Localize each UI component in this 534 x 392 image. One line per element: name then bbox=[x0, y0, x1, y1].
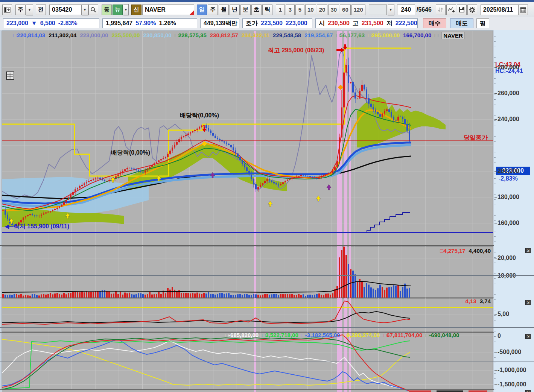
open-price: 230,500 bbox=[328, 20, 350, 27]
trading-app-window: { "toolbar": { "cycle_combo": "주", "jeon… bbox=[0, 0, 534, 392]
empty-combo-arrow[interactable]: ▼ bbox=[388, 4, 394, 15]
period-button-group: 일주월년분초틱 bbox=[197, 5, 273, 15]
avg-button[interactable]: 평 bbox=[476, 18, 489, 28]
period-button-일[interactable]: 일 bbox=[197, 5, 207, 15]
count-button-group: 13510203060120 bbox=[276, 5, 366, 15]
gear-icon[interactable] bbox=[467, 5, 477, 15]
tong-button[interactable]: 통 bbox=[102, 5, 112, 15]
chart-area: LC:43,04 HC:-24,41 223,000 -2,83% □220,8… bbox=[0, 30, 534, 392]
period-button-초[interactable]: 초 bbox=[251, 5, 262, 15]
shin-button[interactable]: 신 bbox=[131, 5, 141, 15]
axis-label: 20,000 bbox=[497, 255, 516, 261]
panel-separator[interactable] bbox=[0, 362, 534, 362]
stock-name-input[interactable]: NAVER bbox=[142, 5, 194, 15]
chart-window-icon[interactable] bbox=[2, 5, 12, 15]
down-arrow-icon: ▼ bbox=[31, 20, 37, 27]
nyu-arrow[interactable]: ▼ bbox=[123, 4, 129, 15]
count-button-3[interactable]: 3 bbox=[286, 5, 295, 15]
axis-label: 0 bbox=[497, 333, 501, 339]
count-button-20[interactable]: 20 bbox=[317, 5, 328, 15]
cycle-combo[interactable]: 주 bbox=[15, 5, 26, 15]
compare-icon[interactable] bbox=[436, 5, 446, 15]
count-button-1[interactable]: 1 bbox=[276, 5, 285, 15]
price-change: 6,500 bbox=[40, 20, 55, 27]
low-label: 저 bbox=[386, 20, 393, 27]
panel-separator[interactable] bbox=[0, 275, 534, 276]
period-button-월[interactable]: 월 bbox=[219, 5, 229, 15]
quote-info-bar: 223,000 ▼ 6,500 -2.83% 1,995,647 57.90% … bbox=[0, 17, 534, 31]
search-icon[interactable] bbox=[88, 5, 98, 15]
axis-label: 160,000 bbox=[497, 220, 519, 226]
buy-button[interactable]: 매수 bbox=[423, 18, 446, 28]
period-button-틱[interactable]: 틱 bbox=[262, 5, 272, 15]
maximize-icon[interactable]: ⇲ bbox=[525, 390, 531, 392]
stock-code-input[interactable]: 035420 bbox=[49, 5, 82, 15]
open-label: 시 bbox=[319, 20, 325, 27]
low-price: 222,500 bbox=[396, 20, 417, 27]
volume-box: 1,995,647 57.90% 1.26% bbox=[102, 18, 197, 28]
nyu-button[interactable]: 뉴 bbox=[113, 5, 123, 15]
count-button-5[interactable]: 5 bbox=[295, 5, 304, 15]
price-chart[interactable] bbox=[0, 30, 494, 392]
maximize-icon[interactable]: ⇲ bbox=[525, 248, 531, 253]
trade-value: 449,139백만 bbox=[204, 20, 237, 27]
ask-price: 223,500 bbox=[261, 20, 283, 27]
jeon-button[interactable]: 전 bbox=[36, 5, 46, 15]
count-button-10[interactable]: 10 bbox=[305, 5, 316, 15]
cycle-combo-arrow[interactable]: ▼ bbox=[26, 4, 33, 15]
current-price: 223,000 bbox=[6, 20, 28, 27]
period-button-주[interactable]: 주 bbox=[208, 5, 218, 15]
high-label: 고 bbox=[353, 20, 359, 27]
chart-toolbar: 주 ▼ 전 035420 ▼ 통 뉴 ▼ 신 NAVER 일주월년분초틱 135… bbox=[0, 2, 534, 17]
bar-total-label: /5646 bbox=[417, 6, 432, 13]
ohl-box: 시 230,500 고 231,500 저 222,500 bbox=[315, 18, 418, 28]
volume-ratio: 57.90% bbox=[135, 20, 156, 27]
axis-label: 10,000 bbox=[497, 272, 516, 279]
hoga-label: 호가 bbox=[246, 20, 258, 27]
chart-grid-toggle-icon[interactable] bbox=[6, 71, 14, 80]
date-input[interactable]: 2025/08/11 bbox=[481, 5, 518, 15]
bid-price: 223,000 bbox=[286, 20, 307, 27]
axis-label: -1,500,000 bbox=[497, 381, 526, 388]
maximize-icon[interactable]: ⇲ bbox=[525, 334, 531, 339]
axis-label: 200,000 bbox=[497, 168, 519, 175]
axis-label: 280,000 bbox=[497, 64, 519, 71]
save-icon[interactable] bbox=[457, 5, 467, 15]
current-price-pct: -2,83% bbox=[499, 175, 518, 182]
axis-label: 5,00 bbox=[497, 311, 509, 318]
volume-value: 1,995,647 bbox=[106, 20, 132, 27]
trade-value-box: 449,139백만 bbox=[200, 18, 239, 28]
axis-label: 240,000 bbox=[497, 116, 519, 123]
period-button-분[interactable]: 분 bbox=[240, 5, 251, 15]
hoga-box: 호가 223,500 223,000 bbox=[242, 18, 312, 28]
count-button-30[interactable]: 30 bbox=[328, 5, 339, 15]
period-button-년[interactable]: 년 bbox=[230, 5, 240, 15]
maximize-icon[interactable]: ⇲ bbox=[525, 300, 531, 305]
stock-code-arrow[interactable]: ▼ bbox=[82, 4, 88, 15]
turnover-pct: 1.26% bbox=[159, 20, 176, 27]
panel-separator[interactable] bbox=[0, 327, 534, 328]
axis-tick-strip bbox=[494, 31, 496, 390]
empty-combo[interactable] bbox=[369, 5, 387, 15]
price-change-box: 223,000 ▼ 6,500 -2.83% bbox=[3, 18, 99, 28]
calendar-icon[interactable] bbox=[518, 5, 528, 15]
trendline-icon[interactable] bbox=[446, 5, 456, 15]
input-corner-mark bbox=[190, 11, 194, 15]
axis-label: 180,000 bbox=[497, 194, 519, 201]
axis-label: -1,000,000 bbox=[497, 367, 526, 374]
count-button-60[interactable]: 60 bbox=[340, 5, 351, 15]
axis-label: 260,000 bbox=[497, 90, 519, 97]
high-price: 231,500 bbox=[362, 20, 383, 27]
bar-count-input[interactable]: 240 bbox=[397, 5, 415, 15]
sell-button[interactable]: 매도 bbox=[450, 18, 473, 28]
count-button-120[interactable]: 120 bbox=[351, 5, 365, 15]
axis-label: -500,000 bbox=[497, 349, 521, 356]
price-change-pct: -2.83% bbox=[58, 20, 78, 27]
